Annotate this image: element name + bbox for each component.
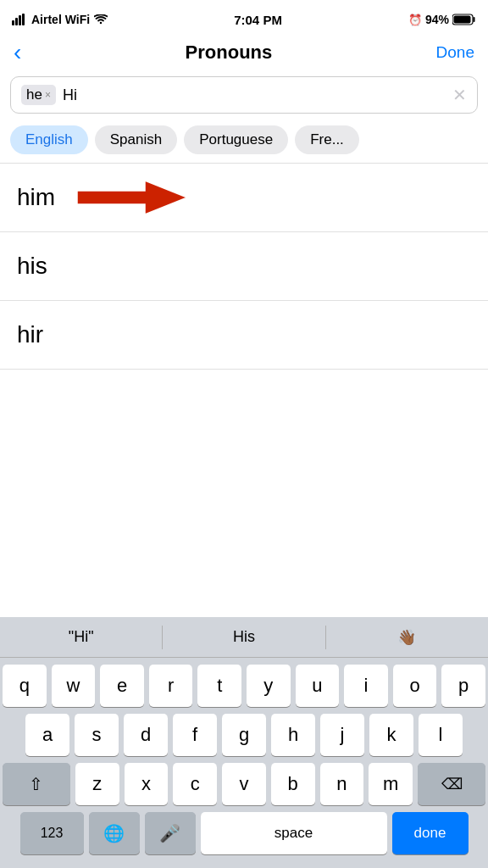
predictive-wave[interactable]: 👋🏾 bbox=[326, 621, 488, 654]
key-m[interactable]: m bbox=[369, 763, 413, 805]
key-c[interactable]: c bbox=[173, 763, 217, 805]
him-arrow-container: him bbox=[17, 176, 187, 219]
num-key[interactable]: 123 bbox=[20, 812, 84, 854]
key-i[interactable]: i bbox=[344, 665, 388, 707]
key-n[interactable]: n bbox=[320, 763, 364, 805]
keyboard-area: "Hi" His 👋🏾 q w e r t y u i o p a s d f … bbox=[0, 617, 488, 868]
key-f[interactable]: f bbox=[173, 714, 217, 756]
globe-key[interactable]: 🌐 bbox=[89, 812, 140, 854]
svg-rect-3 bbox=[22, 14, 25, 25]
status-bar: Airtel WiFi 7:04 PM ⏰ 94% bbox=[0, 0, 488, 37]
key-row-1: q w e r t y u i o p bbox=[3, 665, 485, 707]
pronoun-him[interactable]: him bbox=[0, 164, 488, 231]
alarm-icon: ⏰ bbox=[408, 14, 422, 26]
mic-key[interactable]: 🎤 bbox=[145, 812, 196, 854]
svg-rect-5 bbox=[474, 17, 475, 22]
his-label: his bbox=[17, 253, 47, 280]
him-label: him bbox=[17, 184, 55, 211]
divider-bottom bbox=[0, 369, 488, 370]
key-row-3: ⇧ z x c v b n m ⌫ bbox=[3, 763, 485, 805]
pronoun-his[interactable]: his bbox=[0, 232, 488, 300]
key-v[interactable]: v bbox=[222, 763, 266, 805]
he-tag[interactable]: he × bbox=[21, 85, 56, 105]
done-keyboard-key[interactable]: done bbox=[392, 812, 469, 854]
shift-key[interactable]: ⇧ bbox=[3, 763, 70, 805]
battery-percent: 94% bbox=[425, 13, 449, 26]
svg-rect-6 bbox=[454, 16, 471, 24]
search-bar: he × ✕ bbox=[10, 76, 478, 114]
key-p[interactable]: p bbox=[441, 665, 485, 707]
search-input[interactable] bbox=[63, 86, 446, 104]
key-q[interactable]: q bbox=[3, 665, 47, 707]
tab-portuguese[interactable]: Portuguese bbox=[184, 125, 288, 154]
predictive-bar: "Hi" His 👋🏾 bbox=[0, 617, 488, 658]
key-j[interactable]: j bbox=[320, 714, 364, 756]
svg-marker-7 bbox=[77, 181, 187, 214]
key-h[interactable]: h bbox=[271, 714, 315, 756]
key-k[interactable]: k bbox=[369, 714, 413, 756]
key-row-4: 123 🌐 🎤 space done bbox=[3, 812, 485, 861]
predictive-hi[interactable]: "Hi" bbox=[0, 621, 162, 653]
wifi-icon bbox=[94, 14, 108, 25]
key-b[interactable]: b bbox=[271, 763, 315, 805]
svg-rect-2 bbox=[19, 15, 21, 25]
language-tabs: English Spanish Portuguese Fre... bbox=[0, 120, 488, 163]
battery-icon bbox=[452, 14, 476, 25]
predictive-his[interactable]: His bbox=[163, 621, 324, 653]
tag-label: he bbox=[26, 86, 42, 103]
space-key[interactable]: space bbox=[201, 812, 387, 854]
key-row-2: a s d f g h j k l bbox=[3, 714, 485, 756]
key-y[interactable]: y bbox=[247, 665, 291, 707]
red-arrow-icon bbox=[69, 176, 187, 219]
page-title: Pronouns bbox=[186, 42, 273, 64]
key-s[interactable]: s bbox=[75, 714, 119, 756]
key-e[interactable]: e bbox=[100, 665, 144, 707]
tab-french[interactable]: Fre... bbox=[295, 125, 359, 154]
tag-close-icon[interactable]: × bbox=[45, 89, 51, 101]
hir-label: hir bbox=[17, 321, 43, 348]
carrier-label: Airtel WiFi bbox=[31, 13, 90, 26]
key-u[interactable]: u bbox=[296, 665, 340, 707]
status-time: 7:04 PM bbox=[234, 13, 282, 27]
keyboard-rows: q w e r t y u i o p a s d f g h j k l ⇧ … bbox=[0, 658, 488, 868]
key-x[interactable]: x bbox=[125, 763, 169, 805]
key-d[interactable]: d bbox=[124, 714, 168, 756]
key-o[interactable]: o bbox=[393, 665, 437, 707]
key-w[interactable]: w bbox=[52, 665, 96, 707]
tab-english[interactable]: English bbox=[10, 125, 88, 154]
done-button[interactable]: Done bbox=[436, 43, 474, 62]
nav-bar: ‹ Pronouns Done bbox=[0, 37, 488, 73]
svg-rect-1 bbox=[15, 18, 18, 25]
status-right-icons: ⏰ 94% bbox=[408, 13, 476, 26]
backspace-key[interactable]: ⌫ bbox=[418, 763, 485, 805]
clear-icon[interactable]: ✕ bbox=[452, 85, 467, 105]
key-l[interactable]: l bbox=[419, 714, 463, 756]
tab-spanish[interactable]: Spanish bbox=[95, 125, 177, 154]
pronoun-hir[interactable]: hir bbox=[0, 301, 488, 369]
key-r[interactable]: r bbox=[149, 665, 193, 707]
key-z[interactable]: z bbox=[75, 763, 119, 805]
key-g[interactable]: g bbox=[222, 714, 266, 756]
key-t[interactable]: t bbox=[197, 665, 241, 707]
key-a[interactable]: a bbox=[25, 714, 69, 756]
signal-icon bbox=[12, 14, 27, 25]
status-carrier: Airtel WiFi bbox=[12, 13, 108, 26]
svg-rect-0 bbox=[12, 20, 14, 25]
back-button[interactable]: ‹ bbox=[14, 41, 21, 64]
